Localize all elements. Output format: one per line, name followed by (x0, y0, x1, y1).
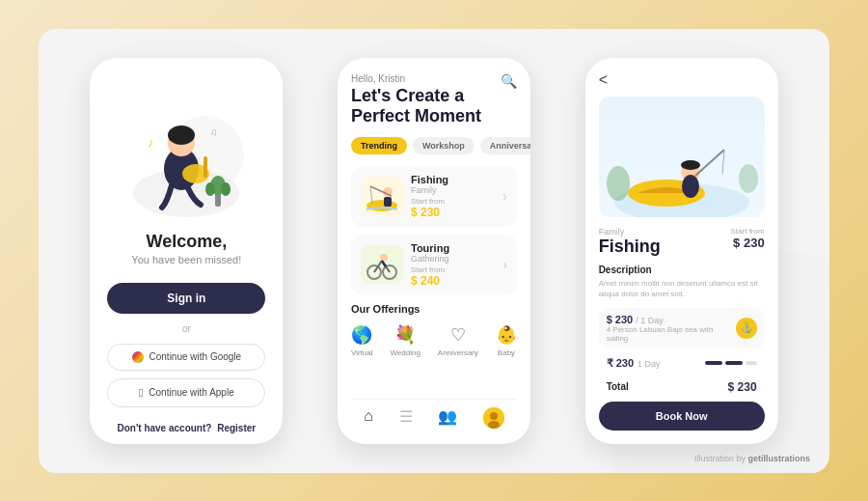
fishing-price: $ 230 (411, 206, 499, 219)
total-amount: $ 230 (728, 380, 757, 394)
book-now-button[interactable]: Book Now (599, 402, 765, 431)
virtual-icon: 🌎 (351, 324, 372, 346)
fishing-from: Start from (411, 197, 499, 206)
price-row-1: $ 230 / 1 Day 4 Person Labuan Bajo sea w… (599, 308, 765, 348)
bar-inactive (746, 361, 757, 365)
svg-point-16 (366, 200, 397, 211)
svg-point-6 (168, 125, 195, 145)
total-row: Total $ 230 (599, 380, 765, 394)
description-heading: Description (599, 264, 765, 275)
svg-rect-21 (361, 245, 403, 284)
offerings-grid: 🌎 Virtual 💐 Wedding ♡ Anniversary 👶 Baby (351, 324, 517, 357)
baby-label: Baby (498, 348, 515, 357)
bar-active (705, 361, 722, 365)
bottom-navigation: ⌂ ☰ 👥 (351, 399, 517, 429)
offering-baby[interactable]: 👶 Baby (496, 324, 517, 357)
google-icon (132, 351, 144, 363)
signin-button[interactable]: Sign in (107, 283, 265, 314)
phone-discover: Hello, Kristin Let's Create a Perfect Mo… (338, 58, 530, 444)
nav-home-icon[interactable]: ⌂ (364, 407, 373, 429)
anniversary-icon: ♡ (450, 324, 466, 346)
fishing-arrow: › (502, 188, 507, 204)
phone-login: ♪ ♫ Welcome, You have been missed! Sign … (90, 58, 283, 444)
baby-icon: 👶 (496, 324, 517, 346)
register-link[interactable]: Register (217, 423, 256, 433)
tab-anniversary[interactable]: Anniversary (480, 137, 530, 154)
touring-name: Touring (411, 242, 499, 254)
touring-price: $ 240 (411, 274, 499, 288)
or-divider: or (182, 323, 191, 334)
svg-text:♫: ♫ (210, 126, 218, 137)
price1-day: / 1 Day (636, 316, 664, 325)
offerings-title: Our Offerings (351, 303, 517, 315)
wedding-label: Wedding (390, 348, 420, 357)
svg-text:♪: ♪ (148, 136, 153, 150)
fishing-info: Fishing Family Start from $ 230 (411, 174, 499, 219)
anniversary-label: Anniversary (438, 348, 478, 357)
svg-rect-18 (384, 197, 392, 207)
detail-start-from: Start from (731, 227, 765, 236)
virtual-label: Virtual (351, 348, 373, 357)
wedding-icon: 💐 (394, 324, 416, 346)
apple-icon:  (139, 386, 143, 400)
apple-signin-button[interactable]:  Continue with Apple (107, 378, 265, 407)
svg-point-11 (205, 182, 215, 196)
search-icon[interactable]: 🔍 (501, 73, 517, 89)
bar-active2 (725, 361, 743, 365)
svg-point-27 (380, 254, 388, 262)
tab-workshop[interactable]: Workshop (413, 137, 475, 154)
svg-point-40 (739, 164, 758, 193)
rupee-amount: ₹ 230 (607, 357, 634, 370)
fishing-type: Family (411, 185, 499, 195)
tab-trending[interactable]: Trending (351, 137, 407, 154)
detail-family: Family (599, 227, 661, 237)
touring-image (361, 245, 403, 284)
fishing-name: Fishing (411, 174, 499, 185)
svg-point-39 (607, 166, 630, 201)
detail-start-price: $ 230 (731, 236, 765, 250)
total-label: Total (607, 381, 629, 392)
svg-point-35 (682, 175, 699, 198)
login-illustration: ♪ ♫ (119, 77, 254, 222)
nav-group-icon[interactable]: 👥 (438, 407, 457, 429)
price1-amount: $ 230 (607, 314, 634, 325)
svg-point-29 (490, 412, 498, 420)
detail-header: Family Fishing Start from $ 230 (599, 227, 765, 263)
progress-bar (705, 361, 757, 365)
touring-from: Start from (411, 265, 499, 274)
touring-arrow: › (502, 257, 507, 272)
category-tabs: Trending Workshop Anniversary (351, 137, 517, 154)
rupee-day: 1 Day (637, 359, 661, 369)
fishing-image (361, 177, 403, 215)
back-button[interactable]: < (599, 71, 765, 89)
detail-image (599, 97, 765, 218)
description-text: Amet minim mollit non deserunt ullamco e… (599, 278, 765, 299)
rupee-row: ₹ 230 1 Day (599, 352, 765, 375)
main-container: ♪ ♫ Welcome, You have been missed! Sign … (39, 29, 829, 473)
nav-avatar[interactable] (483, 407, 504, 429)
price1-icon: ⚓ (736, 318, 757, 339)
svg-point-30 (488, 421, 500, 429)
register-prompt: Don't have account? Register (117, 423, 256, 433)
offering-virtual[interactable]: 🌎 Virtual (351, 324, 373, 357)
svg-point-12 (221, 182, 231, 196)
detail-title: Fishing (599, 237, 661, 257)
svg-point-38 (681, 160, 700, 170)
welcome-heading: Welcome, (146, 232, 227, 252)
nav-list-icon[interactable]: ☰ (399, 407, 413, 429)
google-signin-button[interactable]: Continue with Google (107, 344, 265, 371)
activity-card-touring[interactable]: Touring Gathering Start from $ 240 › (351, 235, 517, 295)
price1-subtitle: 4 Person Labuan Bajo sea with sailing (607, 325, 736, 343)
offering-wedding[interactable]: 💐 Wedding (390, 324, 420, 357)
create-heading: Let's Create a Perfect Moment (351, 86, 517, 127)
activity-card-fishing[interactable]: Fishing Family Start from $ 230 › (351, 166, 517, 227)
apple-label: Continue with Apple (149, 387, 233, 398)
touring-info: Touring Gathering Start from $ 240 (411, 242, 499, 288)
missed-subtitle: You have been missed! (131, 254, 241, 265)
offering-anniversary[interactable]: ♡ Anniversary (438, 324, 478, 357)
touring-type: Gathering (411, 254, 499, 264)
credit-name: getillustrations (747, 454, 810, 463)
hello-greeting: Hello, Kristin (351, 73, 517, 84)
phone-detail: < (585, 58, 778, 444)
footer-credit: Illustration by getillustrations (694, 454, 810, 463)
